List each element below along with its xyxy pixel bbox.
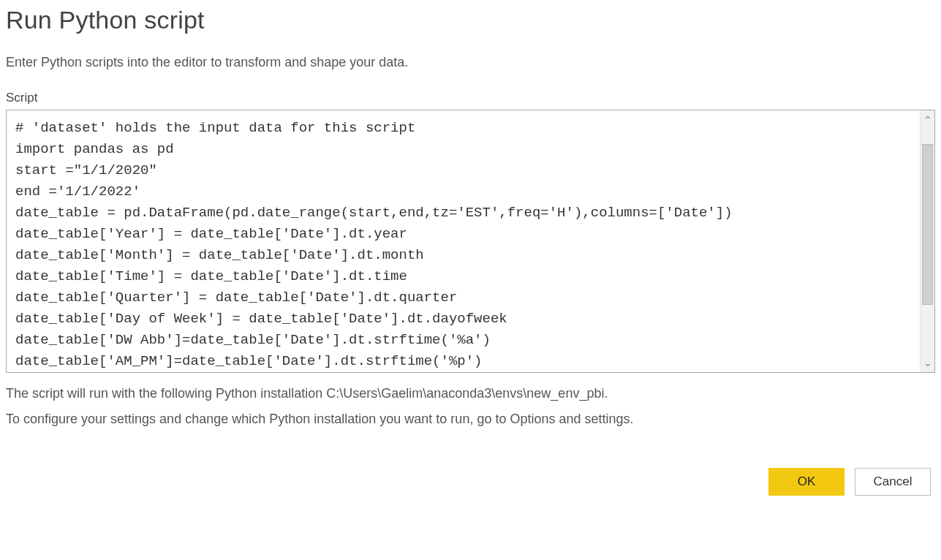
cancel-button[interactable]: Cancel [855, 468, 931, 496]
scroll-up-icon[interactable]: ⌃ [923, 110, 932, 129]
dialog-title: Run Python script [6, 6, 935, 34]
scrollbar-track[interactable] [921, 129, 934, 353]
ok-button[interactable]: OK [768, 468, 844, 496]
scroll-down-icon[interactable]: ⌄ [923, 353, 932, 372]
dialog-button-row: OK Cancel [6, 468, 935, 496]
instruction-text: Enter Python scripts into the editor to … [6, 55, 935, 70]
python-install-info: The script will run with the following P… [6, 386, 935, 401]
scrollbar-thumb[interactable] [922, 144, 933, 305]
script-editor-container: ⌃ ⌄ [6, 110, 935, 373]
configure-info: To configure your settings and change wh… [6, 412, 935, 427]
script-textarea[interactable] [7, 110, 920, 372]
scrollbar[interactable]: ⌃ ⌄ [920, 110, 934, 372]
script-label: Script [6, 91, 935, 105]
